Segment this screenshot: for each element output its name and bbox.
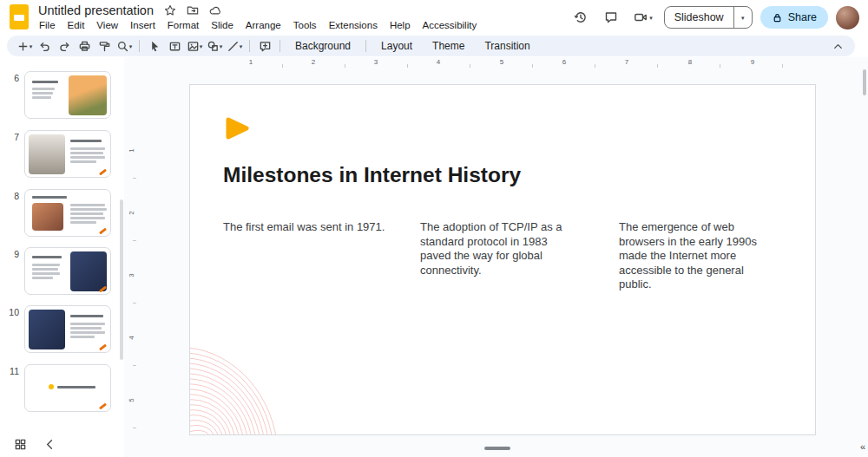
chevron-down-icon: ▾ <box>129 43 133 49</box>
menu-help[interactable]: Help <box>384 17 417 33</box>
select-tool-button[interactable] <box>145 36 164 55</box>
menu-extensions[interactable]: Extensions <box>323 17 384 33</box>
slide-row: 7 <box>0 130 124 179</box>
document-title[interactable]: Untitled presentation <box>38 3 154 17</box>
menu-file[interactable]: File <box>33 17 62 33</box>
grid-view-button[interactable] <box>10 434 30 454</box>
ruler-number: 4 <box>128 333 135 343</box>
paint-roller-icon <box>98 40 111 53</box>
slide-thumbnail-7[interactable] <box>24 130 111 178</box>
ruler-number: 6 <box>562 58 566 66</box>
theme-button[interactable]: Theme <box>423 37 474 55</box>
slide-thumbnail-9[interactable] <box>24 247 111 295</box>
chevron-down-icon: ▾ <box>741 15 745 21</box>
menu-accessibility[interactable]: Accessibility <box>417 17 483 33</box>
menu-bar: File Edit View Insert Format Slide Arran… <box>33 17 483 33</box>
cloud-status-icon[interactable] <box>209 4 221 16</box>
video-camera-icon <box>634 10 648 24</box>
zoom-button[interactable]: ▾ <box>115 36 134 55</box>
move-folder-icon[interactable] <box>187 4 199 16</box>
meet-button[interactable]: ▾ <box>630 6 656 29</box>
horizontal-scrollbar[interactable] <box>484 447 510 450</box>
slideshow-split-button: Slideshow ▾ <box>664 6 753 29</box>
body-textbox-1[interactable]: The first email was sent in 1971. <box>223 220 397 235</box>
top-bar: Untitled presentation File Edit View Ins… <box>0 0 868 35</box>
menu-insert[interactable]: Insert <box>124 17 161 33</box>
comments-button[interactable] <box>600 6 622 29</box>
slide-number: 8 <box>0 191 19 201</box>
slide-row: 11 <box>0 364 124 413</box>
share-button[interactable]: Share <box>760 6 828 29</box>
vertical-ruler: 1 2 3 4 5 <box>125 69 139 457</box>
account-avatar[interactable] <box>836 6 859 29</box>
menu-slide[interactable]: Slide <box>205 17 240 33</box>
body-textbox-2[interactable]: The adoption of TCP/IP as a standard pro… <box>420 220 569 277</box>
slide-thumbnail-8[interactable] <box>24 189 111 237</box>
slide-thumbnail-6[interactable] <box>24 71 111 119</box>
thumbnail-image <box>29 310 65 349</box>
chevron-down-icon: ▾ <box>649 15 653 21</box>
chevron-up-icon <box>832 40 845 53</box>
content-area: 6 7 <box>0 57 868 457</box>
new-slide-button[interactable]: ▾ <box>15 36 34 55</box>
slide-row: 8 <box>0 189 124 238</box>
ruler-number: 4 <box>437 58 440 66</box>
transition-button[interactable]: Transition <box>475 37 539 55</box>
body-textbox-3[interactable]: The emergence of web browsers in the ear… <box>619 220 765 292</box>
chevron-down-icon: ▾ <box>240 43 243 49</box>
zoom-icon <box>116 40 129 53</box>
ruler-number: 5 <box>128 395 135 406</box>
menu-arrange[interactable]: Arrange <box>240 17 287 33</box>
slide-row: 9 <box>0 247 124 296</box>
toolbar: ▾ ▾ ▾ ▾ <box>7 36 855 56</box>
cursor-icon <box>148 40 161 53</box>
redo-button[interactable] <box>55 36 74 55</box>
horizontal-ruler: 1 2 3 4 5 6 7 8 9 <box>0 57 868 69</box>
slide-title-textbox[interactable]: Milestones in Internet History <box>223 163 521 187</box>
slides-logo[interactable] <box>10 4 29 29</box>
menu-format[interactable]: Format <box>161 17 205 33</box>
version-history-button[interactable] <box>569 6 592 29</box>
redo-icon <box>58 40 71 53</box>
slide-number: 6 <box>0 73 19 83</box>
menu-view[interactable]: View <box>90 17 124 33</box>
hide-menus-button[interactable] <box>828 36 847 55</box>
toolbar-divider <box>139 40 140 52</box>
shapes-icon <box>207 40 220 53</box>
thumbnail-image <box>29 134 65 174</box>
background-button[interactable]: Background <box>286 37 360 55</box>
star-icon[interactable] <box>164 4 176 16</box>
chevron-down-icon: ▾ <box>30 43 33 49</box>
text-box-button[interactable] <box>165 36 184 55</box>
scroll-corner-chevrons[interactable]: « <box>860 442 865 452</box>
ruler-number: 8 <box>688 58 692 66</box>
slideshow-button[interactable]: Slideshow <box>665 7 733 28</box>
paint-format-button[interactable] <box>95 36 114 55</box>
filmstrip-scrollbar[interactable] <box>120 199 123 360</box>
add-comment-button[interactable] <box>255 36 274 55</box>
slideshow-label: Slideshow <box>674 11 724 23</box>
ruler-number: 2 <box>312 58 315 66</box>
slide-thumbnail-10[interactable] <box>24 305 111 353</box>
grid-view-icon <box>14 438 27 451</box>
slide-thumbnail-11[interactable] <box>24 364 111 412</box>
insert-line-button[interactable]: ▾ <box>225 36 244 55</box>
slide-canvas[interactable]: Milestones in Internet History The first… <box>189 84 816 435</box>
menu-tools[interactable]: Tools <box>287 17 323 33</box>
thumbnail-image <box>69 75 107 115</box>
collapse-filmstrip-button[interactable] <box>40 434 59 454</box>
slide-number: 9 <box>0 249 19 259</box>
layout-button[interactable]: Layout <box>372 37 422 55</box>
play-logo-icon[interactable] <box>225 116 249 140</box>
undo-button[interactable] <box>35 36 54 55</box>
menu-edit[interactable]: Edit <box>62 17 91 33</box>
print-button[interactable] <box>75 36 94 55</box>
insert-image-button[interactable]: ▾ <box>185 36 204 55</box>
slide-row: 10 <box>0 305 124 354</box>
vertical-scrollbar[interactable] <box>863 69 866 95</box>
comment-add-icon <box>259 40 272 53</box>
chevron-left-icon <box>43 438 56 451</box>
text-box-icon <box>168 40 181 53</box>
slideshow-dropdown-button[interactable]: ▾ <box>734 7 752 28</box>
insert-shape-button[interactable]: ▾ <box>205 36 224 55</box>
